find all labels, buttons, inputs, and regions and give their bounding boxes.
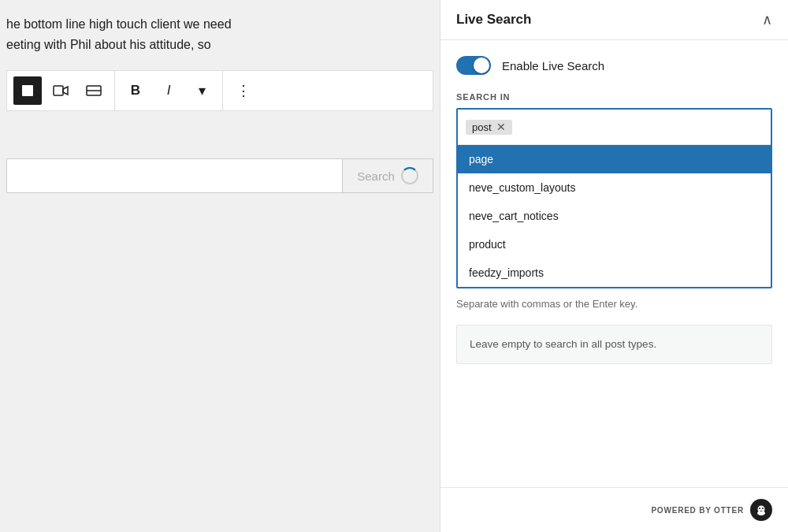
helper-text: Separate with commas or the Enter key. [456,296,772,312]
svg-point-6 [759,508,760,509]
dropdown-item-neve-cart-notices[interactable]: neve_cart_notices [458,202,771,230]
toolbar-dropdown-button[interactable]: ▾ [188,76,216,105]
search-in-label: SEARCH IN [456,92,772,102]
text-line-1: he bottom line high touch client we need [6,14,424,35]
dropdown-item-neve-custom-layouts[interactable]: neve_custom_layouts [458,173,771,202]
tag-chip-remove-button[interactable]: ✕ [496,121,506,132]
dropdown-item-product[interactable]: product [458,230,771,259]
toggle-label: Enable Live Search [502,59,604,73]
toolbar-more-button[interactable]: ⋮ [229,76,258,105]
leave-empty-text: Leave empty to search in all post types. [470,338,656,350]
toolbar-italic-button[interactable]: I [154,76,183,105]
svg-rect-1 [54,86,63,95]
search-input[interactable] [6,158,342,193]
enable-live-search-toggle[interactable] [456,56,491,75]
panel-header: Live Search [440,0,788,40]
panel-content: Enable Live Search SEARCH IN post ✕ page… [440,40,788,487]
editor-text: he bottom line high touch client we need… [0,0,440,62]
toolbar-group-blocks [7,71,115,110]
text-line-2: eeting with Phil about his attitude, so [6,35,424,55]
toolbar-hrule-button[interactable] [80,76,108,105]
editor-toolbar: B I ▾ ⋮ [6,70,433,111]
dropdown-list: page neve_custom_layouts neve_cart_notic… [458,144,771,287]
leave-empty-box: Leave empty to search in all post types. [456,325,772,364]
svg-rect-0 [22,85,33,96]
search-in-top: post ✕ [458,110,771,144]
dropdown-item-page[interactable]: page [458,145,771,173]
search-spinner [401,167,418,184]
left-panel: he bottom line high touch client we need… [0,0,440,532]
otter-icon [750,499,772,521]
toggle-row: Enable Live Search [456,56,772,75]
dropdown-item-feedzy-imports[interactable]: feedzy_imports [458,259,771,287]
toolbar-group-format: B I ▾ [115,71,223,110]
svg-point-7 [762,508,764,509]
search-bar-area: Search [6,158,433,193]
search-in-container[interactable]: post ✕ page neve_custom_layouts neve_car… [456,108,772,288]
right-panel: Live Search Enable Live Search SEARCH IN… [440,0,788,532]
powered-by-text: POWERED BY OTTER [651,506,744,515]
search-in-input[interactable] [517,121,763,133]
toolbar-square-button[interactable] [13,76,42,105]
panel-footer: POWERED BY OTTER [440,487,788,532]
panel-title: Live Search [456,12,531,28]
collapse-button[interactable] [762,11,772,28]
tag-chip-label: post [472,121,492,133]
toolbar-group-more: ⋮ [223,71,264,110]
search-in-section: SEARCH IN post ✕ page neve_custom_layout… [456,92,772,364]
toolbar-bold-button[interactable]: B [121,76,150,105]
chevron-up-icon [762,11,772,28]
toolbar-video-button[interactable] [46,76,75,105]
search-button-label: Search [357,169,395,183]
post-tag-chip: post ✕ [466,120,512,135]
search-button[interactable]: Search [342,158,433,193]
